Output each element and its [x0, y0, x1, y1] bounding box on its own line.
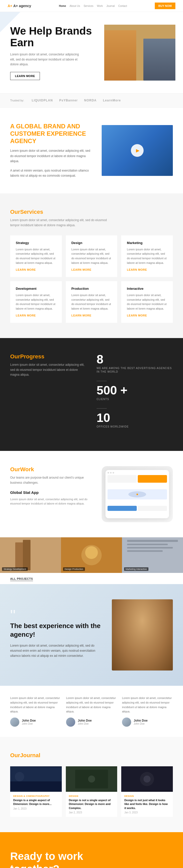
nav-services[interactable]: Services: [84, 5, 93, 7]
team-cards-section: Lorem ipsum dolor sit amet, consectetur …: [0, 686, 183, 737]
service-design-link[interactable]: LEARN MORE: [71, 268, 92, 271]
member-info-3: John Doe John Doe: [134, 719, 148, 725]
hero-image: [104, 25, 175, 81]
service-marketing-desc: Lorem ipsum dolor sit amet, consectetur …: [127, 247, 167, 265]
svg-point-21: [144, 775, 151, 783]
member-role-2: John Doe: [78, 722, 92, 725]
device-header: [108, 472, 167, 473]
all-projects-link-container: ALL PROJECTS: [0, 573, 183, 584]
member-info-1: John Doe John Doe: [22, 719, 36, 725]
service-interactive-title: Interactive: [127, 287, 167, 290]
service-card-design: Design Lorem ipsum dolor sit amet, conse…: [66, 235, 117, 277]
service-development-title: Development: [16, 287, 56, 290]
device-dot-3: [113, 472, 114, 473]
svg-point-7: [85, 546, 98, 559]
work-device-mockup: [102, 466, 173, 522]
svg-point-14: [15, 772, 24, 781]
hero-description: Lorem ipsum dolor sit amet, consectetur …: [10, 52, 81, 67]
work-description: Our teams are purpose-built around our c…: [10, 475, 94, 485]
service-card-marketing: Marketing Lorem ipsum dolor sit amet, co…: [121, 235, 173, 277]
learn-more-button[interactable]: LEARN MORE: [10, 72, 40, 80]
work-title: OurWork: [10, 466, 94, 473]
progress-stats: 8 WE ARE AMONG THE BEST ADVERTISING AGEN…: [97, 353, 173, 436]
work-project-desc: Lorem ipsum dolor sit amet, consectetur …: [10, 497, 94, 506]
services-description: Lorem ipsum dolor sit amet, consectetur …: [10, 218, 112, 227]
device-dot-1: [108, 472, 109, 473]
service-design-desc: Lorem ipsum dolor sit amet, consectetur …: [71, 247, 112, 265]
testimonials-description: Lorem ipsum dolor sit amet, consectetur …: [10, 643, 104, 658]
hero-people-illustration: [104, 25, 175, 81]
member-name-3: John Doe: [134, 719, 148, 722]
avatar-image-3: [122, 717, 131, 727]
avatar-image-1: [10, 717, 19, 727]
service-card-development: Development Lorem ipsum dolor sit amet, …: [10, 281, 62, 323]
gallery-item-1[interactable]: Strategy Development: [0, 537, 61, 573]
services-title: OurServices: [10, 209, 173, 215]
device-screen: [105, 470, 169, 518]
trusted-label: Trusted by:: [10, 99, 24, 102]
nav-work[interactable]: Work: [97, 5, 103, 7]
stat-agencies: 8 WE ARE AMONG THE BEST ADVERTISING AGEN…: [97, 353, 173, 374]
journal-title-1: Design is a single aspect of Dimension: …: [13, 798, 59, 806]
gallery-label-3: Marketing Interactive: [124, 567, 148, 571]
device-block-1: [108, 475, 137, 483]
gallery-item-2[interactable]: Design Production: [61, 537, 122, 573]
nav-home[interactable]: Home: [59, 5, 66, 7]
about-video-thumbnail[interactable]: [102, 125, 173, 176]
gallery-label-2: Design Production: [63, 567, 85, 571]
journal-card-2[interactable]: Design Design is not a single aspect of …: [66, 766, 117, 817]
device-block-orange: [138, 475, 167, 483]
service-interactive-link[interactable]: LEARN MORE: [127, 314, 147, 317]
journal-category-2: Design: [69, 795, 114, 797]
service-production-desc: Lorem ipsum dolor sit amet, consectetur …: [71, 293, 112, 311]
stat-divider-2: [97, 408, 107, 409]
avatar-image-2: [66, 717, 75, 727]
nav-contact[interactable]: Contact: [118, 5, 127, 7]
service-development-link[interactable]: LEARN MORE: [16, 314, 36, 317]
cta-section: Ready to work together? LET'S TALK: [0, 832, 183, 868]
hero-section: We Help Brands Earn Lorem ipsum dolor si…: [0, 12, 183, 93]
service-production-link[interactable]: LEARN MORE: [71, 314, 92, 317]
team-card-1: Lorem ipsum dolor sit amet, consectetur …: [10, 696, 61, 726]
svg-rect-4: [23, 540, 30, 570]
svg-rect-11: [127, 547, 173, 549]
hero-heading: We Help Brands Earn: [10, 25, 99, 49]
stat-divider-1: [97, 381, 107, 381]
testimonials-person-image: [112, 599, 173, 671]
progress-section: OurProgress Lorem ipsum dolor sit amet, …: [0, 338, 183, 451]
person2-illustration: [143, 39, 175, 81]
journal-title-3: Design is not just what it looks like an…: [124, 798, 170, 810]
play-button[interactable]: [131, 144, 144, 157]
gallery-item-3[interactable]: Marketing Interactive: [122, 537, 183, 573]
hero-content: We Help Brands Earn Lorem ipsum dolor si…: [10, 25, 104, 80]
journal-card-1[interactable]: Design & Cinematography Design is a sing…: [10, 766, 62, 817]
team-card-3-text: Lorem ipsum dolor sit amet, consectetur …: [122, 696, 173, 714]
service-strategy-link[interactable]: LEARN MORE: [16, 268, 36, 271]
all-projects-link[interactable]: ALL PROJECTS: [10, 577, 33, 581]
member-info-2: John Doe John Doe: [78, 719, 92, 725]
logo: A+ A+ agency: [8, 4, 31, 8]
device-block-2: [138, 506, 167, 511]
cta-heading: Ready to work together?: [10, 850, 112, 868]
svg-rect-15: [10, 781, 62, 791]
team-card-2: Lorem ipsum dolor sit amet, consectetur …: [66, 696, 117, 726]
journal-category-1: Design & Cinematography: [13, 795, 59, 797]
journal-card-1-body: Design & Cinematography Design is a sing…: [10, 792, 62, 813]
journal-svg-2: [66, 766, 117, 792]
buy-now-button[interactable]: Buy Now: [155, 3, 175, 9]
nav-about[interactable]: About Us: [70, 5, 80, 7]
nav-journal[interactable]: Journal: [106, 5, 115, 7]
journal-card-3[interactable]: Design Design is not just what it looks …: [121, 766, 173, 817]
journal-svg-1: [10, 766, 62, 792]
service-development-desc: Lorem ipsum dolor sit amet, consectetur …: [16, 293, 56, 311]
journal-card-3-body: Design Design is not just what it looks …: [121, 792, 173, 817]
service-marketing-link[interactable]: LEARN MORE: [127, 268, 147, 271]
about-text: A GLOBAL BRAND AND CUSTOMER EXPERIENCE A…: [10, 123, 94, 178]
journal-title: OurJournal: [10, 752, 173, 759]
journal-card-2-body: Design Design is not a single aspect of …: [66, 792, 117, 817]
about-section: A GLOBAL BRAND AND CUSTOMER EXPERIENCE A…: [0, 107, 183, 193]
person1-illustration: [104, 30, 136, 81]
progress-description: Lorem ipsum dolor sit amet, consectetur …: [10, 363, 86, 377]
nav-links: Home About Us Services Work Journal Cont…: [59, 5, 127, 7]
stat-offices-number: 10: [97, 412, 173, 424]
